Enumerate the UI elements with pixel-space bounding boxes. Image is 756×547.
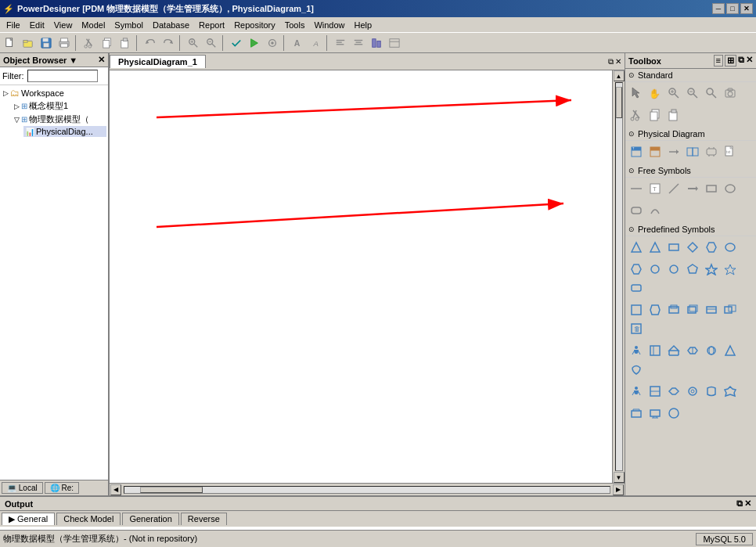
tb-copy[interactable] [99, 34, 116, 52]
pre-shape26[interactable] [628, 361, 645, 378]
pre-shape16[interactable] [665, 301, 682, 318]
scroll-up-btn[interactable]: ▲ [614, 70, 625, 81]
tool-zoom-in[interactable] [665, 85, 682, 102]
pre-shape33[interactable] [646, 405, 664, 422]
output-tab-rev[interactable]: Reverse [181, 513, 227, 525]
tb-align-left[interactable] [332, 34, 349, 52]
pre-shape3[interactable] [665, 239, 682, 256]
pre-shape24[interactable] [703, 342, 720, 359]
ob-tab-repo[interactable]: 🌐 Re: [45, 482, 79, 494]
tool-snapshot[interactable] [722, 85, 739, 102]
tb-bold[interactable]: A [289, 34, 306, 52]
pre-shape20[interactable]: 🗑 [628, 320, 645, 337]
tool-view[interactable] [646, 143, 664, 160]
tree-diagram[interactable]: 📊 PhysicalDiag... [23, 126, 106, 137]
tb-new[interactable] [2, 34, 19, 52]
output-tab-check[interactable]: Check Model [56, 513, 121, 525]
tool-hline[interactable] [628, 180, 645, 197]
titlebar-controls[interactable]: ─ □ ✕ [712, 3, 753, 14]
tb-more2[interactable] [386, 34, 403, 52]
pre-shape15[interactable] [646, 301, 664, 318]
pre-shape13[interactable] [628, 279, 645, 297]
canvas-scrollbar-v[interactable]: ▲ ▼ [612, 70, 625, 483]
tool-ellipse[interactable] [722, 180, 739, 197]
canvas-tab-diagram[interactable]: PhysicalDiagram_1 [110, 55, 206, 68]
menu-repository[interactable]: Repository [229, 19, 280, 31]
pre-shape31[interactable] [722, 383, 739, 400]
canvas-scrollbar-h[interactable]: ◀ ▶ [110, 483, 625, 495]
tool-paste-std[interactable] [665, 106, 682, 124]
scroll-left-btn[interactable]: ◀ [110, 484, 121, 495]
tool-line[interactable] [684, 180, 701, 197]
tool-hand[interactable]: ✋ [646, 85, 664, 102]
pre-shape2[interactable] [646, 239, 664, 256]
tool-rect[interactable] [703, 180, 720, 197]
pre-shape14[interactable] [628, 301, 645, 318]
menu-help[interactable]: Help [350, 19, 377, 31]
pre-shape30[interactable] [703, 383, 720, 400]
pre-shape9[interactable] [665, 261, 682, 278]
tool-copy-std[interactable] [646, 106, 664, 124]
filter-input[interactable] [27, 70, 98, 82]
pre-shape23[interactable] [684, 342, 701, 359]
tool-file[interactable]: txt [722, 143, 739, 160]
pre-shape6[interactable] [722, 239, 739, 256]
tool-arc[interactable] [646, 202, 664, 219]
toolbox-view-list[interactable]: ≡ [714, 55, 723, 67]
tree-workspace[interactable]: ▷ 🗂 Workspace [2, 87, 106, 99]
toolbox-close[interactable]: ✕ [746, 55, 753, 67]
pre-shape8[interactable] [646, 261, 664, 278]
tb-check[interactable] [228, 34, 245, 52]
tool-ref[interactable] [665, 143, 682, 160]
menu-tools[interactable]: Tools [280, 19, 310, 31]
menu-model[interactable]: Model [77, 19, 110, 31]
canvas-float-btn[interactable]: ⧉ [608, 57, 614, 67]
scroll-down-btn[interactable]: ▼ [614, 472, 625, 483]
canvas-scrollbar-h-thumb[interactable] [140, 487, 203, 493]
pre-shape22[interactable] [665, 342, 682, 359]
menu-edit[interactable]: Edit [25, 19, 49, 31]
tool-rounded-rect[interactable] [628, 202, 645, 219]
tool-zoom-out[interactable] [684, 85, 701, 102]
pre-person2[interactable] [628, 383, 645, 400]
tb-zoom-out[interactable] [203, 34, 220, 52]
expand-workspace[interactable]: ▷ [3, 89, 9, 97]
scroll-v-thumb[interactable] [616, 87, 622, 118]
maximize-button[interactable]: □ [726, 3, 739, 14]
pre-shape21[interactable] [646, 342, 664, 359]
scroll-v-track[interactable] [615, 82, 623, 471]
tb-more1[interactable] [368, 34, 385, 52]
toolbox-float[interactable]: ⧉ [738, 55, 744, 67]
pre-shape32[interactable] [628, 405, 645, 422]
tool-diag-line[interactable] [665, 180, 682, 197]
toolbox-section-standard-header[interactable]: ⊙ Standard [625, 69, 756, 82]
menu-view[interactable]: View [49, 19, 77, 31]
menu-symbol[interactable]: Symbol [110, 19, 148, 31]
ob-tab-local[interactable]: 💻 Local [2, 482, 43, 494]
toolbox-view-icon[interactable]: ⊞ [725, 55, 736, 67]
tb-zoom-in[interactable] [185, 34, 202, 52]
pre-shape25[interactable] [722, 342, 739, 359]
tb-italic[interactable]: A [307, 34, 324, 52]
pre-shape5[interactable] [703, 239, 720, 256]
tool-proc[interactable] [703, 143, 720, 160]
pre-shape27[interactable] [646, 383, 664, 400]
tool-pointer[interactable] [628, 85, 645, 102]
pre-shape34[interactable] [665, 405, 682, 422]
scroll-right-btn[interactable]: ▶ [613, 484, 624, 495]
canvas-close-btn[interactable]: ✕ [615, 57, 621, 67]
pre-shape29[interactable] [684, 383, 701, 400]
toolbox-section-physical-header[interactable]: ⊙ Physical Diagram [625, 128, 756, 141]
pre-shape11[interactable] [703, 261, 720, 278]
output-float[interactable]: ⧉ [736, 498, 743, 509]
tool-zoom-fit[interactable] [703, 85, 720, 102]
pre-shape7[interactable] [628, 261, 645, 278]
pre-shape17[interactable] [684, 301, 701, 318]
tool-table-ref[interactable] [684, 143, 701, 160]
tool-cut-std[interactable] [628, 106, 645, 124]
pre-shape19[interactable] [722, 301, 739, 318]
tree-model2[interactable]: ▽ ⊞ 物理数据模型（ [13, 113, 106, 126]
expand-model1[interactable]: ▷ [14, 103, 20, 110]
close-button[interactable]: ✕ [740, 3, 753, 14]
menu-database[interactable]: Database [148, 19, 194, 31]
